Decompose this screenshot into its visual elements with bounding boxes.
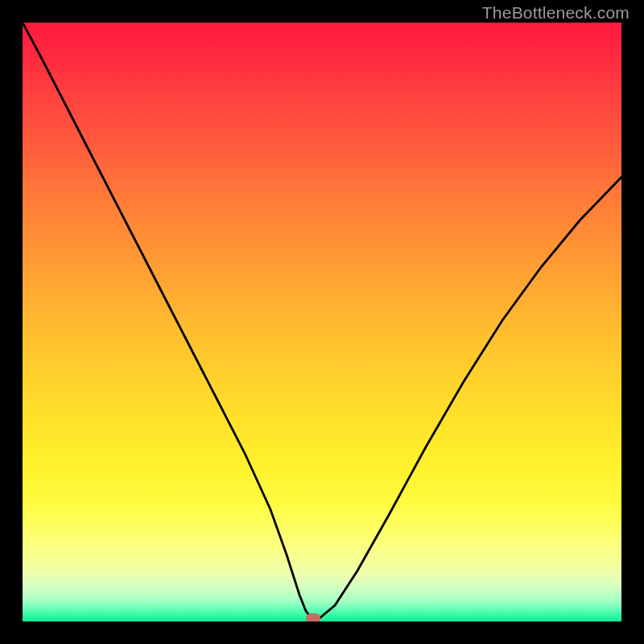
bottleneck-curve [23, 23, 621, 617]
watermark-text: TheBottleneck.com [482, 3, 630, 23]
optimal-point-marker [306, 613, 320, 621]
plot-area [23, 23, 621, 621]
chart-frame: TheBottleneck.com [0, 0, 644, 644]
curve-svg [23, 23, 621, 621]
